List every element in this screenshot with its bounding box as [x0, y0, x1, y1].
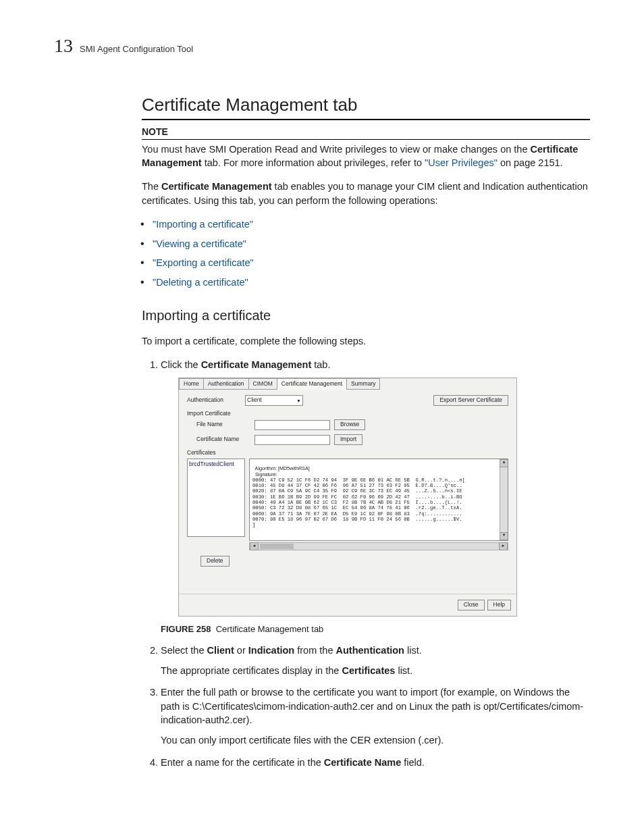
heading-importing-a-certificate: Importing a certificate [142, 306, 590, 325]
help-button[interactable]: Help [487, 600, 511, 610]
scroll-left-icon[interactable]: ◄ [250, 542, 259, 550]
intro-pre: The [142, 181, 161, 192]
note-text-1: You must have SMI Operation Read and Wri… [142, 144, 530, 155]
close-button[interactable]: Close [458, 600, 485, 610]
lead-text: To import a certificate, complete the fo… [142, 334, 590, 348]
tab-certificate-management[interactable]: Certificate Management [277, 378, 347, 390]
step-3: Enter the full path or browse to the cer… [161, 685, 590, 747]
step2-pre: Select the [161, 645, 207, 656]
certificates-section-label: Certificates [187, 449, 508, 457]
tab-summary[interactable]: Summary [346, 378, 380, 390]
step3-text: Enter the full path or browse to the cer… [161, 687, 583, 725]
hex-row: 0020: 87 0A C9 5A 9C C4 35 F9 92 C9 6E 3… [252, 488, 462, 494]
auth-select[interactable]: Client ▼ [245, 395, 303, 406]
figure-label: FIGURE 258 [161, 624, 211, 634]
step2-sub: The appropriate certificates display in … [161, 664, 590, 677]
step2-sub-pre: The appropriate certificates display in … [161, 665, 342, 676]
scrollbar-thumb[interactable] [260, 544, 294, 549]
browse-button[interactable]: Browse [334, 419, 365, 430]
horizontal-scrollbar[interactable]: ◄ ► [249, 542, 508, 550]
certname-input[interactable] [254, 435, 330, 445]
vertical-scrollbar[interactable]: ▲ ▼ [500, 459, 508, 540]
app-panel: Home Authentication CIMOM Certificate Ma… [178, 377, 517, 617]
hex-row: 0070: 80 E5 18 96 97 02 67 D6 18 9B FD 1… [252, 517, 462, 522]
hex-row: 0050: C3 72 32 D8 08 67 65 1C EC 54 96 8… [252, 505, 462, 511]
step4-pre: Enter a name for the certificate in the [161, 757, 324, 768]
hex-row: 0030: 1E B6 1B B9 2D 99 FE FC 02 62 F0 9… [252, 494, 462, 500]
step-4: Enter a name for the certificate in the … [161, 756, 590, 769]
auth-label: Authentication [187, 396, 241, 405]
scroll-right-icon[interactable]: ► [499, 542, 508, 550]
figure-caption: FIGURE 258 Certificate Management tab [161, 623, 590, 635]
step1-post: tab. [311, 359, 330, 370]
step2-b1: Client [207, 645, 234, 656]
page-header: 13 SMI Agent Configuration Tool [54, 32, 590, 59]
steps-list: Click the Certificate Management tab. Ho… [142, 358, 590, 769]
note-body: You must have SMI Operation Read and Wri… [142, 142, 590, 170]
import-button[interactable]: Import [334, 434, 363, 445]
intro-paragraph: The Certificate Management tab enables y… [142, 180, 590, 207]
hex-row: 0010: 45 D8 44 37 CF 42 06 F6 96 A7 51 2… [252, 483, 462, 488]
heading-certificate-management-tab: Certificate Management tab [142, 93, 590, 120]
step-1: Click the Certificate Management tab. Ho… [161, 358, 590, 635]
link-exporting[interactable]: "Exporting a certificate" [153, 257, 254, 268]
link-importing[interactable]: "Importing a certificate" [153, 219, 253, 230]
step2-post: list. [404, 645, 422, 656]
chapter-title: SMI Agent Configuration Tool [80, 43, 193, 55]
figure-caption-text: Certificate Management tab [216, 624, 324, 634]
hex-row: 0060: 9A 37 71 3A 7E 07 2E EA D5 E9 1C 9… [252, 511, 462, 517]
filename-label: File Name [196, 421, 250, 429]
export-server-certificate-button[interactable]: Export Server Certificate [433, 395, 508, 406]
import-section-label: Import Certificate [187, 410, 508, 418]
link-deleting[interactable]: "Deleting a certificate" [153, 277, 248, 288]
link-viewing[interactable]: "Viewing a certificate" [153, 238, 246, 249]
step2-mid1: or [234, 645, 248, 656]
step2-b2: Indication [248, 645, 294, 656]
tab-home[interactable]: Home [179, 378, 204, 390]
hex-signature-label: Signature: [252, 471, 277, 477]
step4-bold: Certificate Name [324, 757, 401, 768]
scroll-up-icon[interactable]: ▲ [500, 459, 508, 467]
step3-sub: You can only import certificate files wi… [161, 733, 590, 747]
delete-button[interactable]: Delete [200, 556, 230, 567]
step2-sub-post: list. [395, 665, 412, 676]
certificate-details-textarea[interactable]: Algorithm: [MD5withRSA] Signature: 0000:… [249, 459, 508, 541]
note-label: NOTE [142, 126, 590, 140]
tab-row: Home Authentication CIMOM Certificate Ma… [179, 378, 516, 390]
auth-select-value: Client [247, 396, 262, 405]
tab-authentication[interactable]: Authentication [203, 378, 249, 390]
filename-input[interactable] [254, 420, 330, 430]
chapter-number: 13 [54, 32, 73, 59]
certificates-listbox[interactable]: brcdTrustedClient [187, 459, 245, 537]
step4-post: field. [401, 757, 425, 768]
tab-cimom[interactable]: CIMOM [248, 378, 277, 390]
scroll-down-icon[interactable]: ▼ [500, 532, 508, 540]
step2-sub-b: Certificates [342, 665, 395, 676]
note-text-2: tab. For more information about privileg… [202, 157, 425, 168]
step-2: Select the Client or Indication from the… [161, 644, 590, 678]
chevron-down-icon: ▼ [296, 398, 301, 405]
link-user-privileges[interactable]: "User Privileges" [425, 157, 498, 168]
step2-mid2: from the [294, 645, 336, 656]
step1-bold: Certificate Management [201, 359, 312, 370]
note-text-3: on page 2151. [498, 157, 563, 168]
step2-b3: Authentication [336, 645, 404, 656]
list-item[interactable]: brcdTrustedClient [189, 461, 243, 469]
hex-row: 0040: 49 A4 1A BE 0B 62 1C C3 F2 8B 7B 4… [252, 500, 462, 505]
hex-row: 0000: 47 C9 52 1C F6 D2 74 94 3F 9E 6E B… [252, 477, 465, 483]
intro-bold: Certificate Management [161, 181, 272, 192]
certname-label: Certificate Name [196, 436, 250, 444]
step1-pre: Click the [161, 359, 201, 370]
bullet-list: "Importing a certificate" "Viewing a cer… [142, 217, 590, 290]
